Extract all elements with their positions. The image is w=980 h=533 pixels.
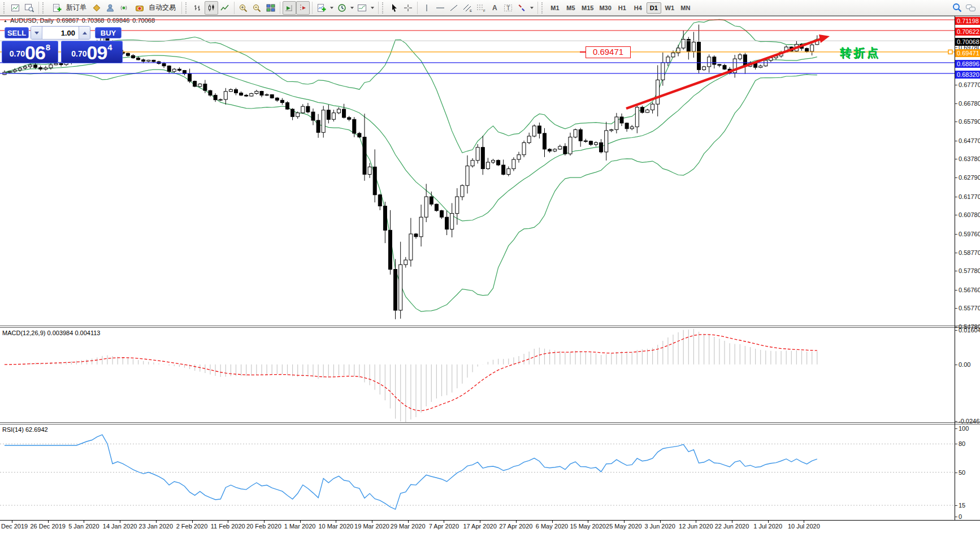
chart-window: ▲ AUDUSD, Daily 0.69867 0.70368 0.69846 … [0,16,980,533]
new-order-button[interactable]: 新订单 [48,0,90,16]
text-label-icon[interactable]: T [501,1,515,15]
timeframe-group: M1M5M15M30H1H4D1W1MN [547,2,693,14]
price-level-tag-bid[interactable]: 0.70068 [955,38,980,46]
buy-price-main: 0.70 [71,49,86,58]
date-label: 6 May 2020 [532,523,572,530]
periods-clock-icon[interactable] [335,1,349,15]
price-tick-label: 0.60780 [959,211,980,218]
timeframe-m30[interactable]: M30 [597,2,613,14]
zoom-in-icon[interactable] [237,1,250,15]
charts-list-icon[interactable] [9,1,23,15]
templates-icon[interactable] [355,1,369,15]
turning-point-label[interactable]: 转折点 [840,45,881,60]
date-label: 5 Jan 2020 [64,523,103,530]
toolbar-separator [378,2,379,14]
price-level-tag-red[interactable]: 0.71198 [955,17,980,25]
price-tick-label: 0.66780 [959,100,980,107]
toolbar-grip[interactable] [541,2,545,14]
toolbar-separator [312,2,313,14]
sell-price-display[interactable]: 0.70 06 8 [2,41,58,63]
horizontal-line-icon[interactable] [433,1,447,15]
pane-separator [0,424,980,424]
date-label: 20 Feb 2020 [244,523,284,530]
price-tick-label: 0.58770 [959,249,980,256]
timeframe-h1[interactable]: H1 [615,2,630,14]
rsi-tick-label: 100 [959,425,969,432]
price-level-tag-red[interactable]: 0.70622 [955,28,980,36]
price-level-tag-orange[interactable]: 0.69471 [955,49,980,57]
svg-text:T: T [506,5,510,11]
crosshair-icon[interactable] [401,1,415,15]
price-tick-label: 0.61770 [959,193,980,200]
date-label: 27 Apr 2020 [496,523,536,530]
svg-text:A: A [492,4,497,12]
styler-icon[interactable] [90,1,103,15]
toolbar-grip[interactable] [42,2,46,14]
sell-price-big: 06 [25,44,45,61]
buy-button[interactable]: BUY [95,27,122,38]
arrows-icon[interactable] [515,1,528,15]
zoom-out-icon[interactable] [250,1,264,15]
buy-price-pip: 4 [107,42,112,52]
timeframe-m1[interactable]: M1 [548,2,562,14]
data-window-icon[interactable] [23,1,36,15]
toolbar-grip[interactable] [3,2,7,14]
candle-chart-icon[interactable] [205,1,218,15]
volume-increase-button[interactable] [79,27,90,39]
timeframe-w1[interactable]: W1 [662,2,677,14]
volume-decrease-button[interactable] [31,27,42,39]
volume-input[interactable] [42,27,79,39]
price-annotation-label[interactable]: 0.69471 [586,46,631,58]
chart-canvas[interactable] [0,16,955,520]
pane-separator [0,327,980,328]
periods-dropdown-icon[interactable] [350,7,354,9]
community-icon[interactable] [103,1,117,15]
sell-button[interactable]: SELL [5,27,29,38]
indicators-icon[interactable] [315,1,328,15]
auto-trading-button[interactable]: 自动交易 [131,0,179,16]
new-order-icon [50,1,64,15]
fibonacci-icon[interactable]: F [474,1,488,15]
toolbar-separator [417,2,418,14]
templates-dropdown-icon[interactable] [371,7,374,9]
price-tick-label: 0.59760 [959,231,980,237]
price-level-tag-blue[interactable]: 0.68896 [955,60,980,68]
tile-windows-icon[interactable] [264,1,277,15]
toolbar-grip[interactable] [382,2,385,14]
toolbar-separator [181,2,182,14]
date-label: 7 Dec 2019 [0,523,32,530]
pane-separator[interactable] [0,326,980,326]
equidistant-channel-icon[interactable]: E [461,1,474,15]
arrows-dropdown-icon[interactable] [530,7,534,9]
new-order-label: 新订单 [66,3,86,12]
date-label: 1 Jul 2020 [748,523,788,530]
text-icon[interactable]: A [488,1,501,15]
bar-chart-icon[interactable] [191,1,205,15]
line-chart-icon[interactable] [218,1,232,15]
chat-icon[interactable] [964,1,978,15]
indicators-dropdown-icon[interactable] [330,7,333,9]
date-label: 17 Apr 2020 [460,523,500,530]
search-icon[interactable] [951,1,964,15]
auto-scroll-icon[interactable] [283,1,296,15]
price-annotation-dash [580,51,586,53]
cursor-icon[interactable] [388,1,401,15]
vertical-line-icon[interactable] [420,1,433,15]
price-tick-label: 0.56760 [959,287,980,293]
date-label: 15 May 2020 [568,523,608,530]
timeframe-mn[interactable]: MN [678,2,693,14]
sell-price-main: 0.70 [10,49,25,58]
timeframe-h4[interactable]: H4 [631,2,645,14]
price-level-tag-blue[interactable]: 0.68320 [955,71,980,79]
date-label: 25 May 2020 [604,523,644,530]
trendline-icon[interactable] [447,1,461,15]
timeframe-d1[interactable]: D1 [647,2,661,14]
toolbar-grip[interactable] [185,2,189,14]
timeframe-m15[interactable]: M15 [579,2,596,14]
pane-separator[interactable] [0,422,980,423]
timeframe-m5[interactable]: M5 [563,2,578,14]
signals-icon[interactable] [117,1,131,15]
buy-price-display[interactable]: 0.70 09 4 [61,41,123,63]
date-label: 12 Jun 2020 [676,523,716,530]
chart-shift-icon[interactable] [296,1,310,15]
